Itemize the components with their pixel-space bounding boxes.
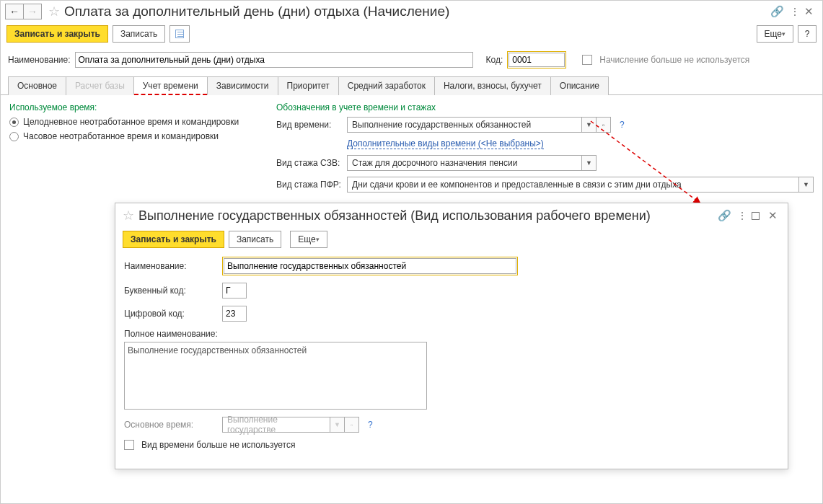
- extra-kinds-link[interactable]: Дополнительные виды времени (<Не выбраны…: [347, 138, 544, 149]
- save-and-close-button[interactable]: Записать и закрыть: [6, 25, 108, 43]
- nav-back-button[interactable]: [5, 4, 24, 19]
- inner-letter-input[interactable]: [222, 283, 247, 299]
- inner-fields: Наименование: Буквенный код: Цифровой ко…: [115, 254, 788, 460]
- inner-save-button[interactable]: Записать: [229, 231, 281, 248]
- save-button[interactable]: Записать: [113, 25, 165, 43]
- inner-name-highlight: [222, 257, 518, 275]
- main-window: ☆ Оплата за дополнительный день (дни) от…: [0, 0, 823, 504]
- row-szv: Вид стажа СЗВ: Стаж для досрочного назна…: [276, 155, 814, 171]
- tab-time-tracking[interactable]: Учет времени: [133, 76, 208, 95]
- inner-digit-label: Цифровой код:: [124, 309, 218, 319]
- code-highlight: [507, 51, 566, 68]
- szv-dropdown-button[interactable]: ▼: [582, 155, 597, 171]
- inner-favorite-star-icon[interactable]: ☆: [123, 208, 134, 224]
- code-label: Код:: [486, 55, 503, 65]
- radio-hourly-label: Часовое неотработанное время и командиро…: [23, 131, 219, 141]
- inner-save-and-close-button[interactable]: Записать и закрыть: [123, 231, 224, 248]
- inner-full-label: Полное наименование:: [124, 329, 218, 339]
- time-kind-open-button[interactable]: ▫: [597, 117, 611, 133]
- time-kind-field[interactable]: Выполнение государственных обязанностей: [347, 117, 582, 133]
- inner-deprecated-checkbox[interactable]: [124, 440, 134, 450]
- radio-icon: [9, 132, 19, 141]
- szv-field[interactable]: Стаж для досрочного назначения пенсии: [347, 155, 582, 171]
- time-kind-dropdown-button[interactable]: ▼: [582, 117, 597, 133]
- left-column: Используемое время: Целодневное неотрабо…: [9, 102, 255, 198]
- main-titlebar: ☆ Оплата за дополнительный день (дни) от…: [1, 1, 822, 22]
- deprecated-checkbox[interactable]: [582, 55, 592, 65]
- name-input[interactable]: [75, 52, 473, 68]
- inner-base-dropdown-button: ▼: [330, 417, 345, 433]
- row-extra-kinds: Дополнительные виды времени (<Не выбраны…: [276, 138, 814, 149]
- favorite-star-icon[interactable]: ☆: [48, 4, 60, 19]
- tab-content: Используемое время: Целодневное неотрабо…: [1, 95, 822, 205]
- tab-base[interactable]: Расчет базы: [66, 76, 134, 95]
- more-menu-icon[interactable]: ⋮: [790, 6, 798, 17]
- inner-more-button[interactable]: Еще: [290, 231, 327, 248]
- inner-base-label: Основное время:: [124, 420, 218, 430]
- list-button[interactable]: [170, 25, 190, 43]
- inner-name-label: Наименование:: [124, 261, 218, 271]
- inner-row-name: Наименование:: [124, 257, 779, 275]
- inner-digit-input[interactable]: [222, 306, 247, 322]
- pfr-dropdown-button[interactable]: ▼: [799, 177, 814, 193]
- name-label: Наименование:: [8, 55, 71, 65]
- inner-window: ☆ Выполнение государственных обязанносте…: [115, 203, 788, 469]
- close-icon[interactable]: ✕: [804, 5, 814, 18]
- more-button[interactable]: Еще: [757, 25, 793, 43]
- arrow-left-icon: [9, 6, 19, 17]
- pfr-label: Вид стажа ПФР:: [276, 180, 343, 190]
- radio-hourly[interactable]: Часовое неотработанное время и командиро…: [9, 131, 255, 141]
- inner-base-field: Выполнение государстве: [222, 417, 330, 433]
- inner-toolbar: Записать и закрыть Записать Еще: [115, 228, 788, 254]
- inner-row-digit: Цифровой код:: [124, 306, 779, 322]
- tabs: Основное Расчет базы Учет времени Зависи…: [1, 76, 822, 95]
- page-title: Оплата за дополнительный день (дни) отды…: [64, 4, 449, 19]
- radio-icon: [9, 118, 19, 127]
- list-icon: [175, 30, 184, 38]
- row-time-kind: Вид времени: Выполнение государственных …: [276, 117, 814, 133]
- header-fields: Наименование: Код: Начисление больше не …: [1, 48, 822, 71]
- inner-base-open-button: ▫: [345, 417, 359, 433]
- inner-close-icon[interactable]: ✕: [768, 209, 778, 222]
- pfr-field[interactable]: Дни сдачи крови и ее компонентов и предо…: [347, 177, 799, 193]
- link-icon[interactable]: 🔗: [770, 5, 784, 18]
- radio-full-day[interactable]: Целодневное неотработанное время и коман…: [9, 117, 255, 127]
- inner-page-title: Выполнение государственных обязанностей …: [138, 208, 651, 224]
- inner-deprecated-label: Вид времени больше не используется: [141, 440, 295, 450]
- tab-average-pay[interactable]: Средний заработок: [338, 76, 435, 95]
- inner-row-base: Основное время: Выполнение государстве ▼…: [124, 417, 779, 433]
- time-kind-label: Вид времени:: [276, 120, 343, 130]
- inner-maximize-icon[interactable]: [752, 212, 760, 220]
- szv-label: Вид стажа СЗВ:: [276, 158, 343, 168]
- nav-forward-button[interactable]: [23, 4, 42, 19]
- inner-base-help-icon[interactable]: ?: [368, 420, 373, 430]
- tab-tax[interactable]: Налоги, взносы, бухучет: [434, 76, 551, 95]
- notation-section-title: Обозначения в учете времени и стажах: [276, 102, 814, 112]
- tab-dependencies[interactable]: Зависимости: [207, 76, 278, 95]
- inner-row-deprecated: Вид времени больше не используется: [124, 440, 779, 450]
- inner-row-letter: Буквенный код:: [124, 283, 779, 299]
- tab-main[interactable]: Основное: [8, 76, 66, 95]
- main-toolbar: Записать и закрыть Записать Еще ?: [1, 22, 822, 48]
- deprecated-label: Начисление больше не используется: [599, 55, 749, 65]
- used-time-section-title: Используемое время:: [9, 102, 255, 112]
- time-kind-help-icon[interactable]: ?: [620, 120, 625, 130]
- inner-row-full: Полное наименование:: [124, 329, 779, 410]
- arrow-right-icon: [27, 6, 38, 17]
- help-button[interactable]: ?: [798, 25, 817, 43]
- inner-letter-label: Буквенный код:: [124, 286, 218, 296]
- tab-priority[interactable]: Приоритет: [278, 76, 339, 95]
- inner-link-icon[interactable]: 🔗: [718, 209, 731, 222]
- code-input[interactable]: [509, 53, 565, 67]
- row-pfr: Вид стажа ПФР: Дни сдачи крови и ее комп…: [276, 177, 814, 193]
- inner-name-input[interactable]: [224, 258, 516, 274]
- inner-titlebar: ☆ Выполнение государственных обязанносте…: [115, 203, 788, 228]
- radio-full-day-label: Целодневное неотработанное время и коман…: [23, 117, 239, 127]
- inner-more-menu-icon[interactable]: ⋮: [737, 210, 746, 221]
- inner-full-textarea[interactable]: [124, 342, 427, 410]
- tab-description[interactable]: Описание: [550, 76, 609, 95]
- right-column: Обозначения в учете времени и стажах Вид…: [276, 102, 814, 198]
